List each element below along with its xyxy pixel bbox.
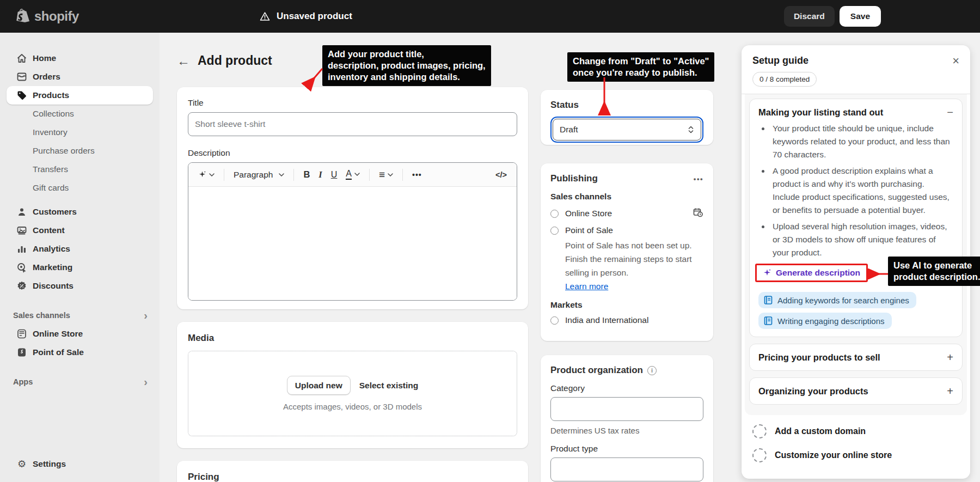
select-chevrons-icon <box>688 125 694 134</box>
learn-more-link[interactable]: Learn more <box>565 282 608 291</box>
sidebar-item-analytics[interactable]: Analytics <box>7 240 153 258</box>
back-arrow-icon[interactable]: ← <box>177 54 190 68</box>
sidebar-section-apps[interactable]: Apps › <box>7 373 153 391</box>
status-select[interactable]: Draft <box>553 119 701 141</box>
description-label: Description <box>188 148 517 158</box>
text-color-button[interactable]: A <box>342 167 363 182</box>
sidebar-item-marketing[interactable]: Marketing <box>7 258 153 277</box>
point-of-sale-checkbox[interactable] <box>550 227 559 235</box>
collapse-minus-icon[interactable]: − <box>947 107 953 118</box>
bar-chart-icon <box>16 243 27 254</box>
more-horizontal-icon[interactable]: ••• <box>694 175 703 183</box>
task-incomplete-circle-icon[interactable] <box>752 448 767 462</box>
category-label: Category <box>550 383 703 393</box>
task-add-custom-domain[interactable]: Add a custom domain <box>752 419 959 443</box>
toolbar-divider <box>369 169 370 181</box>
magic-ai-button[interactable] <box>195 168 218 181</box>
editor-toolbar: Paragraph B I U A ≡ ••• </> <box>188 163 517 187</box>
discard-button[interactable]: Discard <box>784 6 835 27</box>
generate-description-link[interactable]: Generate description <box>776 268 860 278</box>
article-link-keywords[interactable]: Adding keywords for search engines <box>758 292 916 308</box>
title-label: Title <box>188 98 517 108</box>
section-organizing-products[interactable]: Organizing your products + <box>749 377 963 405</box>
sidebar-item-customers[interactable]: Customers <box>7 203 153 221</box>
code-view-button[interactable]: </> <box>492 168 510 181</box>
setup-guide-scroll-area: Making your listing stand out − Your pro… <box>745 94 967 415</box>
pos-icon <box>16 347 27 358</box>
warning-icon <box>259 11 271 22</box>
section-header-listing[interactable]: Making your listing stand out − <box>758 107 953 118</box>
italic-button[interactable]: I <box>315 167 325 182</box>
category-input[interactable] <box>550 397 703 421</box>
sidebar-item-home[interactable]: Home <box>7 49 153 68</box>
more-formatting-button[interactable]: ••• <box>409 168 425 181</box>
description-textarea[interactable] <box>188 187 517 300</box>
page-title: Add product <box>198 53 272 68</box>
product-type-input[interactable] <box>550 457 703 481</box>
sidebar-item-products[interactable]: Products <box>7 86 153 105</box>
sidebar-item-purchase-orders[interactable]: Purchase orders <box>7 142 153 160</box>
underline-button[interactable]: U <box>328 168 341 182</box>
home-icon <box>16 53 27 64</box>
alignment-dropdown[interactable]: ≡ <box>376 167 396 183</box>
toolbar-divider <box>224 169 224 181</box>
channel-row-point-of-sale: Point of Sale <box>550 225 703 235</box>
expand-plus-icon[interactable]: + <box>947 386 953 396</box>
main-content: ← Add product Title Description Paragrap… <box>160 33 980 482</box>
sidebar-item-gift-cards[interactable]: Gift cards <box>7 179 153 197</box>
status-card: Status Draft <box>541 90 713 145</box>
sidebar-section-sales-channels[interactable]: Sales channels › <box>7 306 153 325</box>
status-select-focus-ring: Draft <box>550 117 703 143</box>
media-dropzone[interactable]: Upload new Select existing Accepts image… <box>188 351 517 436</box>
task-customize-online-store[interactable]: Customize your online store <box>752 443 959 467</box>
task-incomplete-circle-icon[interactable] <box>752 424 767 438</box>
article-link-descriptions[interactable]: Writing engaging descriptions <box>758 313 892 329</box>
discount-badge-icon <box>16 280 27 291</box>
sidebar-item-online-store[interactable]: Online Store <box>7 325 153 343</box>
publishing-card: Publishing ••• Sales channels Online Sto… <box>541 163 713 341</box>
sales-channels-subheading: Sales channels <box>550 192 703 202</box>
upload-new-button[interactable]: Upload new <box>287 376 351 395</box>
info-icon[interactable]: i <box>647 366 657 375</box>
online-store-checkbox[interactable] <box>550 210 559 218</box>
chevron-down-icon <box>279 173 284 176</box>
market-checkbox[interactable] <box>550 316 559 325</box>
close-icon[interactable]: × <box>950 53 961 69</box>
product-organization-card: Product organization i Category Determin… <box>541 355 713 482</box>
organization-heading: Product organization <box>550 365 643 376</box>
generate-description-row: Generate description Use AI to generate … <box>758 264 953 285</box>
markets-subheading: Markets <box>550 300 703 310</box>
annotation-red-box: Generate description <box>755 264 868 282</box>
paragraph-style-dropdown[interactable]: Paragraph <box>230 168 287 182</box>
sidebar-item-transfers[interactable]: Transfers <box>7 160 153 179</box>
sidebar-item-content[interactable]: Content <box>7 221 153 240</box>
bold-button[interactable]: B <box>300 167 313 182</box>
pos-setup-note: Point of Sale has not been set up. Finis… <box>565 239 703 279</box>
sidebar-item-point-of-sale[interactable]: Point of Sale <box>7 343 153 362</box>
media-card: Media Upload new Select existing Accepts… <box>177 322 528 448</box>
sidebar-item-discounts[interactable]: Discounts <box>7 277 153 295</box>
section-pricing-products[interactable]: Pricing your products to sell + <box>749 344 963 371</box>
select-existing-link[interactable]: Select existing <box>359 381 419 391</box>
product-type-label: Product type <box>550 444 703 454</box>
gear-icon: ⚙ <box>16 459 27 469</box>
title-input[interactable] <box>188 112 517 136</box>
pricing-heading: Pricing <box>188 472 517 482</box>
setup-guide-title: Setup guide <box>752 55 959 66</box>
channel-row-online-store: Online Store <box>550 207 703 220</box>
person-icon <box>16 206 27 217</box>
expand-plus-icon[interactable]: + <box>947 352 953 363</box>
sidebar-item-collections[interactable]: Collections <box>7 105 153 123</box>
chevron-right-icon: › <box>144 376 148 387</box>
target-cursor-icon <box>16 262 27 273</box>
sidebar-item-settings[interactable]: ⚙ Settings <box>7 455 153 473</box>
sidebar-item-orders[interactable]: Orders <box>7 68 153 86</box>
save-button[interactable]: Save <box>840 6 881 27</box>
sidebar-item-inventory[interactable]: Inventory <box>7 123 153 142</box>
shopify-logo[interactable]: shopify <box>15 8 79 25</box>
topbar: shopify Unsaved product Discard Save <box>0 0 980 33</box>
schedule-calendar-icon[interactable] <box>693 207 703 220</box>
progress-badge: 0 / 8 completed <box>752 72 817 87</box>
media-heading: Media <box>188 333 517 344</box>
tip-item: Your product title should be unique, inc… <box>770 122 953 161</box>
